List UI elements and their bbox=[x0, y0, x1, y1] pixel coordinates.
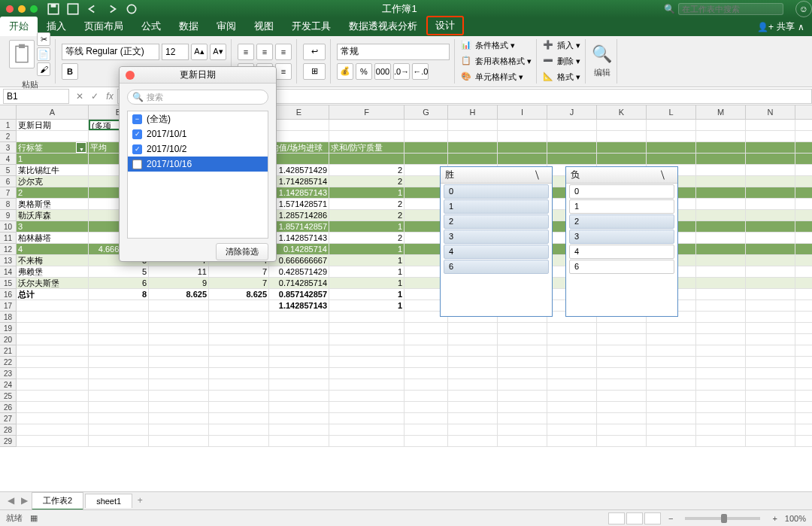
cell[interactable] bbox=[746, 266, 795, 277]
cell[interactable] bbox=[269, 312, 329, 322]
align-middle-icon[interactable]: ≡ bbox=[256, 44, 273, 60]
format-cells-button[interactable]: 📐格式 ▾ bbox=[543, 71, 580, 84]
cell[interactable] bbox=[597, 436, 647, 446]
slicer[interactable]: 负⧹012346 bbox=[565, 166, 678, 317]
cell[interactable] bbox=[696, 210, 746, 220]
cell[interactable] bbox=[647, 379, 696, 390]
cell[interactable] bbox=[547, 334, 597, 345]
cell[interactable] bbox=[448, 391, 498, 401]
cell[interactable] bbox=[269, 436, 329, 446]
tab-pivot-analyze[interactable]: 数据透视表分析 bbox=[340, 17, 426, 36]
cell[interactable]: 2 bbox=[329, 176, 404, 187]
cell[interactable] bbox=[209, 368, 269, 379]
cell[interactable] bbox=[746, 391, 795, 401]
cell[interactable] bbox=[498, 391, 547, 401]
cell[interactable] bbox=[329, 334, 404, 345]
cell[interactable]: 1 bbox=[329, 289, 404, 299]
cell[interactable] bbox=[597, 334, 647, 345]
checkbox-icon[interactable]: − bbox=[132, 114, 142, 124]
align-right-icon[interactable]: ≡ bbox=[275, 63, 292, 80]
cell[interactable] bbox=[647, 345, 696, 356]
cell[interactable] bbox=[746, 436, 795, 446]
cell[interactable] bbox=[597, 391, 647, 401]
cell[interactable] bbox=[404, 424, 448, 435]
cell[interactable]: 求和/防守质量 bbox=[329, 142, 404, 153]
column-header[interactable]: K bbox=[597, 105, 647, 119]
cell[interactable] bbox=[448, 413, 498, 424]
row-header[interactable]: 9 bbox=[0, 210, 17, 221]
cell[interactable] bbox=[17, 368, 89, 379]
cell[interactable] bbox=[498, 131, 547, 141]
row-header[interactable]: 6 bbox=[0, 176, 17, 187]
cell[interactable]: 总计 bbox=[17, 289, 89, 299]
cell[interactable]: 1.857142857 bbox=[269, 221, 329, 232]
tab-view[interactable]: 视图 bbox=[245, 17, 283, 36]
cell[interactable] bbox=[547, 154, 597, 164]
cell[interactable] bbox=[746, 413, 795, 424]
cell[interactable] bbox=[498, 368, 547, 379]
cell[interactable]: 2 bbox=[17, 187, 89, 198]
cell[interactable] bbox=[746, 154, 795, 164]
row-header[interactable]: 18 bbox=[0, 312, 17, 323]
cell[interactable] bbox=[696, 391, 746, 401]
row-header[interactable]: 14 bbox=[0, 266, 17, 278]
row-header[interactable]: 22 bbox=[0, 357, 17, 368]
cell[interactable] bbox=[547, 142, 597, 153]
slicer-item[interactable]: 2 bbox=[444, 214, 549, 229]
slicer-item[interactable]: 4 bbox=[569, 245, 674, 259]
cell[interactable] bbox=[696, 413, 746, 424]
cell[interactable] bbox=[696, 402, 746, 412]
cell[interactable] bbox=[17, 424, 89, 435]
cell[interactable] bbox=[89, 391, 149, 401]
redo-icon[interactable] bbox=[104, 2, 120, 16]
cell[interactable] bbox=[404, 142, 448, 153]
cell[interactable] bbox=[696, 154, 746, 164]
cell[interactable]: 8.625 bbox=[149, 289, 209, 299]
cell[interactable]: 0.666666667 bbox=[269, 255, 329, 266]
cell[interactable]: 1 bbox=[329, 300, 404, 311]
cell[interactable] bbox=[647, 402, 696, 412]
cell[interactable] bbox=[329, 402, 404, 412]
cell[interactable] bbox=[547, 402, 597, 412]
cell[interactable]: 1.428571429 bbox=[269, 165, 329, 175]
cell[interactable] bbox=[746, 379, 795, 390]
comma-icon[interactable]: 000 bbox=[374, 63, 391, 80]
cell[interactable]: 1.571428571 bbox=[269, 199, 329, 209]
cell[interactable] bbox=[329, 323, 404, 333]
feedback-icon[interactable]: ☺ bbox=[795, 1, 812, 17]
cell[interactable] bbox=[329, 312, 404, 322]
cell[interactable] bbox=[647, 154, 696, 164]
cell[interactable]: 6 bbox=[89, 278, 149, 288]
cell[interactable]: 1 bbox=[329, 266, 404, 277]
cell[interactable] bbox=[597, 120, 647, 130]
cell[interactable] bbox=[696, 424, 746, 435]
slicer-item[interactable]: 3 bbox=[569, 230, 674, 244]
table-format-button[interactable]: 📋套用表格格式 ▾ bbox=[461, 55, 532, 68]
cell[interactable] bbox=[89, 424, 149, 435]
cell[interactable]: 不来梅 bbox=[17, 255, 89, 266]
minimize-window-icon[interactable] bbox=[18, 5, 26, 13]
cell[interactable] bbox=[448, 436, 498, 446]
cell[interactable] bbox=[597, 345, 647, 356]
cell[interactable] bbox=[746, 368, 795, 379]
cell[interactable] bbox=[17, 357, 89, 367]
cell[interactable] bbox=[448, 142, 498, 153]
cell[interactable] bbox=[597, 142, 647, 153]
cell[interactable] bbox=[746, 357, 795, 367]
cell[interactable] bbox=[89, 368, 149, 379]
cell[interactable] bbox=[547, 131, 597, 141]
cell[interactable] bbox=[746, 402, 795, 412]
cell[interactable] bbox=[404, 436, 448, 446]
cell[interactable] bbox=[647, 334, 696, 345]
cell[interactable] bbox=[647, 413, 696, 424]
cell[interactable] bbox=[149, 345, 209, 356]
cell[interactable] bbox=[746, 345, 795, 356]
cell[interactable] bbox=[269, 154, 329, 164]
cell[interactable]: 柏林赫塔 bbox=[17, 233, 89, 243]
add-sheet-icon[interactable]: + bbox=[134, 495, 146, 507]
cell[interactable] bbox=[89, 323, 149, 333]
popup-close-icon[interactable] bbox=[126, 71, 135, 80]
row-header[interactable]: 16 bbox=[0, 289, 17, 300]
cell[interactable] bbox=[647, 368, 696, 379]
cell[interactable] bbox=[696, 379, 746, 390]
